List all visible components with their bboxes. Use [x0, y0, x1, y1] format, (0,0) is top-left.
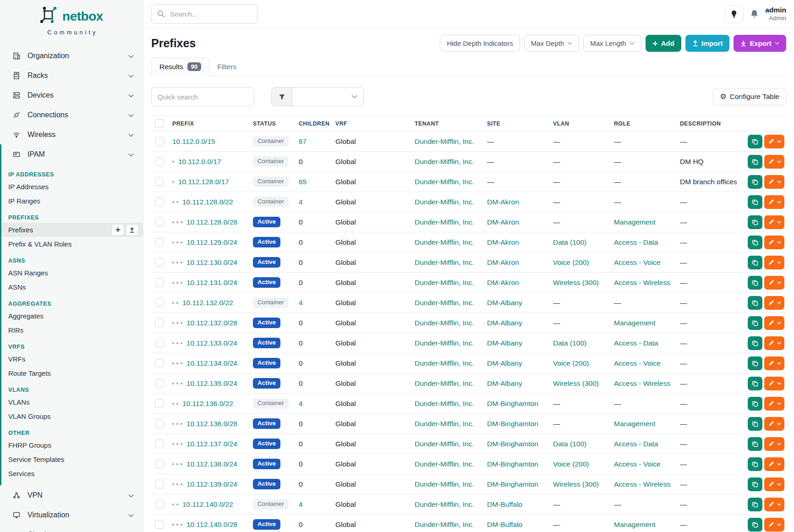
tenant-link[interactable]: Dunder-Mifflin, Inc.: [415, 178, 474, 186]
children-count[interactable]: 0: [299, 279, 303, 286]
row-checkbox[interactable]: [155, 298, 164, 307]
column-header-status[interactable]: STATUS: [253, 116, 299, 132]
chevron-down-icon[interactable]: [777, 322, 781, 324]
tenant-link[interactable]: Dunder-Mifflin, Inc.: [415, 158, 474, 165]
sidebar-item-aggregates[interactable]: Aggregates: [1, 309, 143, 323]
children-count[interactable]: 0: [299, 158, 303, 165]
row-checkbox[interactable]: [155, 137, 164, 146]
chevron-down-icon[interactable]: [777, 221, 781, 224]
max-depth-dropdown[interactable]: Max Depth: [524, 35, 580, 52]
prefix-link[interactable]: 10.112.135.0/24: [186, 379, 237, 387]
children-count[interactable]: 4: [299, 198, 303, 206]
user-menu[interactable]: admin Admin: [765, 5, 786, 22]
prefix-link[interactable]: 10.112.137.0/24: [186, 440, 237, 448]
row-checkbox[interactable]: [155, 460, 164, 468]
vlan-link[interactable]: Voice (200): [553, 258, 589, 266]
vlan-link[interactable]: Data (100): [553, 440, 586, 448]
prefix-link[interactable]: 10.112.132.0/22: [182, 299, 233, 307]
children-count[interactable]: 0: [299, 218, 303, 226]
chevron-down-icon[interactable]: [777, 463, 781, 466]
edit-split-button[interactable]: [764, 477, 784, 491]
vlan-link[interactable]: Wireless (300): [553, 279, 599, 286]
edit-split-button[interactable]: [764, 518, 784, 532]
tenant-link[interactable]: Dunder-Mifflin, Inc.: [415, 339, 474, 347]
clone-button[interactable]: [748, 236, 762, 249]
sidebar-item-devices[interactable]: Devices: [0, 85, 143, 105]
clone-button[interactable]: [748, 336, 762, 350]
row-checkbox[interactable]: [155, 520, 164, 529]
row-checkbox[interactable]: [155, 339, 164, 347]
tenant-link[interactable]: Dunder-Mifflin, Inc.: [415, 521, 474, 528]
row-checkbox[interactable]: [155, 399, 164, 408]
sidebar-item-connections[interactable]: Connections: [0, 105, 143, 125]
edit-split-button[interactable]: [764, 417, 784, 431]
sidebar-item-vlans[interactable]: VLANs: [1, 395, 143, 409]
vlan-link[interactable]: —: [553, 198, 560, 206]
quick-search-input[interactable]: [151, 87, 254, 106]
configure-table-button[interactable]: ⚙ Configure Table: [713, 88, 786, 105]
children-count[interactable]: 0: [299, 420, 303, 428]
clone-button[interactable]: [748, 417, 762, 431]
site-link[interactable]: DM-Albany: [487, 379, 522, 387]
column-header-role[interactable]: ROLE: [614, 116, 680, 132]
chevron-down-icon[interactable]: [777, 181, 781, 183]
brand[interactable]: netbox Community: [0, 0, 143, 36]
chevron-down-icon[interactable]: [777, 342, 781, 345]
vlan-link[interactable]: —: [553, 521, 560, 528]
prefix-link[interactable]: 10.112.132.0/28: [186, 319, 237, 327]
prefix-link[interactable]: 10.112.128.0/22: [182, 198, 233, 206]
row-checkbox[interactable]: [155, 419, 164, 428]
row-checkbox[interactable]: [155, 480, 164, 488]
notifications-button[interactable]: [750, 9, 759, 19]
clone-button[interactable]: [748, 377, 762, 390]
edit-split-button[interactable]: [764, 155, 784, 169]
filter-button[interactable]: [272, 88, 292, 106]
children-count[interactable]: 0: [299, 359, 303, 367]
clone-button[interactable]: [748, 215, 762, 229]
chevron-down-icon[interactable]: [777, 241, 781, 244]
tenant-link[interactable]: Dunder-Mifflin, Inc.: [415, 238, 474, 246]
clone-button[interactable]: [748, 296, 762, 310]
column-header-site[interactable]: SITE: [487, 116, 553, 132]
children-count[interactable]: 0: [299, 440, 303, 448]
prefixes-import-button[interactable]: [126, 224, 138, 236]
role-link[interactable]: Access - Wireless: [614, 279, 670, 286]
row-checkbox[interactable]: [155, 379, 164, 388]
chevron-down-icon[interactable]: [777, 362, 781, 365]
role-link[interactable]: Management: [614, 319, 655, 327]
chevron-down-icon[interactable]: [777, 281, 781, 284]
children-count[interactable]: 0: [299, 319, 303, 327]
site-link[interactable]: DM-Albany: [487, 339, 522, 347]
prefix-link[interactable]: 10.112.131.0/24: [186, 279, 237, 286]
edit-split-button[interactable]: [764, 135, 784, 148]
role-link[interactable]: —: [614, 400, 621, 407]
tenant-link[interactable]: Dunder-Mifflin, Inc.: [415, 440, 474, 448]
role-link[interactable]: Management: [614, 521, 655, 528]
site-link[interactable]: DM-Binghamton: [487, 460, 538, 468]
prefix-link[interactable]: 10.112.134.0/24: [186, 359, 237, 367]
edit-split-button[interactable]: [764, 457, 784, 471]
export-dropdown-button[interactable]: Export: [734, 35, 786, 52]
prefix-link[interactable]: 10.112.0.0/15: [172, 137, 215, 145]
chevron-down-icon[interactable]: [777, 201, 781, 203]
vlan-link[interactable]: —: [553, 500, 560, 508]
tenant-link[interactable]: Dunder-Mifflin, Inc.: [415, 218, 474, 226]
clone-button[interactable]: [748, 477, 762, 491]
row-checkbox[interactable]: [155, 439, 164, 448]
sidebar-item-wireless[interactable]: Wireless: [0, 125, 143, 144]
role-link[interactable]: —: [614, 158, 621, 165]
sidebar-item-services[interactable]: Services: [1, 466, 143, 481]
vlan-link[interactable]: —: [553, 420, 560, 428]
tenant-link[interactable]: Dunder-Mifflin, Inc.: [415, 480, 474, 488]
sidebar-item-ip-ranges[interactable]: IP Ranges: [1, 194, 143, 208]
site-link[interactable]: DM-Albany: [487, 299, 522, 307]
vlan-link[interactable]: Data (100): [553, 339, 586, 347]
chevron-down-icon[interactable]: [777, 160, 781, 163]
tenant-link[interactable]: Dunder-Mifflin, Inc.: [415, 359, 474, 367]
children-count[interactable]: 0: [299, 258, 303, 266]
tenant-link[interactable]: Dunder-Mifflin, Inc.: [415, 460, 474, 468]
edit-split-button[interactable]: [764, 356, 784, 370]
chevron-down-icon[interactable]: [777, 523, 781, 526]
edit-split-button[interactable]: [764, 296, 784, 310]
column-header-vlan[interactable]: VLAN: [553, 116, 614, 132]
